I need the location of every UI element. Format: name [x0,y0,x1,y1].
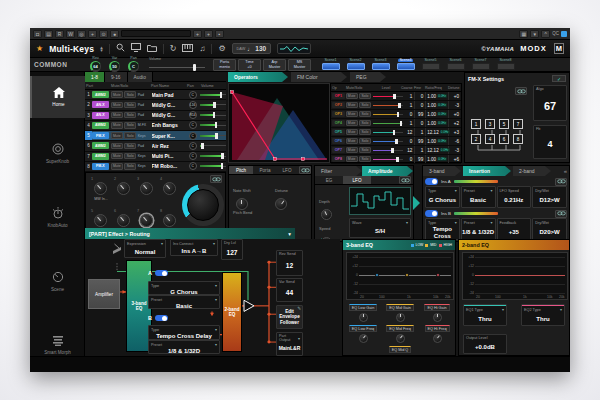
link-icon[interactable] [515,87,527,95]
tab-pitch[interactable]: Pitch [229,166,253,174]
mute-button[interactable]: Mute [111,143,123,150]
tab-peg[interactable]: PEG [350,72,386,82]
mute-button[interactable]: Mute [111,91,123,98]
op-level-slider[interactable] [373,102,402,109]
op-detune[interactable]: +0 [449,110,461,118]
operator-row[interactable]: OP1 Mute Solo 1 0 1.00 0.0Hz +0 [331,92,461,101]
solo-button[interactable]: Solo [124,132,136,139]
eq-freq-knob[interactable]: EQ Low Freq [346,325,380,343]
op-ratio[interactable]: 1.00 0.0Hz [426,101,449,109]
host-toolbar-icon[interactable]: ▤ [44,30,53,38]
expression-select[interactable]: Expression▾ Normal [124,239,166,258]
op-level-slider[interactable] [373,156,402,163]
part-volume-slider[interactable] [200,142,226,150]
link-icon[interactable] [555,178,567,186]
part-row[interactable]: 6 AWM2 Mute Solo Pad Air Rez C [85,141,226,151]
pan-knob[interactable]: C [187,141,198,150]
operator-row[interactable]: OP3 Mute Solo 0 99 1.00 0.0Hz +0 [331,110,461,119]
operator-row[interactable]: OP8 Mute Solo 0 99 1.00 0.0Hz +6 [331,155,461,164]
var-send-field[interactable]: Var Send 44 [276,278,303,302]
ins-b-toggle[interactable] [425,210,438,217]
scene-button[interactable]: Scene8 [494,59,517,71]
dry-level-field[interactable]: Dry Lvl 127 [221,239,243,260]
tab-porta[interactable]: Porta [253,166,277,174]
operator-row[interactable]: OP2 Mute Solo 1 0 1.00 0.0Hz -3 [331,101,461,110]
op-mute-button[interactable]: Mute [346,147,358,154]
solo-button[interactable]: Solo [124,153,136,160]
knob-dial[interactable] [163,214,176,227]
folder-icon[interactable] [147,44,157,54]
pan-knob[interactable]: C [187,162,198,171]
routing-a-toggle[interactable] [155,270,168,277]
host-toolbar-icon[interactable]: ⊙ [99,30,108,38]
op-mute-button[interactable]: Mute [346,93,358,100]
op-ratio[interactable]: 12.12 0.0Hz [426,128,449,136]
sidebar-item-superknob[interactable]: SuperKnob [30,132,85,174]
op-ratio[interactable]: 1.00 0.0Hz [426,119,449,127]
mute-button[interactable]: Mute [111,102,123,109]
eq-band-handle[interactable] [405,273,409,277]
eq-band-handle[interactable] [436,273,440,277]
tab-parts-audio[interactable]: Audio [128,72,153,82]
ins-b-field[interactable]: Dry/Wet▾ D20>W [532,218,567,240]
op-detune[interactable]: +3 [449,128,461,136]
op-solo-button[interactable]: Solo [359,120,371,127]
scene-button[interactable]: Scene2 [344,59,367,71]
tab-eg[interactable]: EG [315,176,343,184]
op-level-slider[interactable] [373,93,402,100]
routing-a-type[interactable]: Type▾ G Chorus [148,281,220,295]
op-solo-button[interactable]: Solo [359,93,371,100]
op-detune[interactable]: -3 [449,146,461,154]
rev-send-field[interactable]: Rev Send 12 [276,250,303,276]
op-mute-button[interactable]: Mute [346,102,358,109]
part-volume-slider[interactable] [200,152,226,160]
tab-amplitude[interactable]: Amplitude [362,166,413,176]
mute-button[interactable]: Mute [111,163,123,170]
op-coarse[interactable]: 0 [404,137,416,145]
knob-dial[interactable] [396,334,405,343]
host-toolbar-icon[interactable]: + [193,30,202,38]
pan-knob[interactable]: C [187,90,198,99]
operator-row[interactable]: OP4 Mute Solo 1 0 1.00 0.0Hz +2 [331,119,461,128]
knob-dial[interactable] [359,334,368,343]
eq1-type-select[interactable]: EQ1 Type▾ Thru [463,304,507,326]
assign-knob[interactable]: 2 [113,177,135,207]
op-coarse[interactable]: 1 [404,119,416,127]
output-level-field[interactable]: Output Level +0.0dB [463,334,507,354]
part-row[interactable]: 4 AWM2 Mute Solo M.FX Enh Bangs C [85,121,226,131]
op-fine[interactable]: 0 [415,101,426,109]
op-fine[interactable]: 99 [415,155,426,163]
op-solo-button[interactable]: Solo [359,147,371,154]
tab-pitch-lfo[interactable]: LFO [277,166,297,174]
ins-b-field[interactable]: Feedback▾ +35 [497,218,532,240]
operator-row[interactable]: OP7 Mute Solo 12 1 12.12 0.0Hz -3 [331,146,461,155]
op-fine[interactable]: 1 [415,128,426,136]
op-level-slider[interactable] [373,111,402,118]
pan-knob[interactable]: C [187,121,198,130]
ins-a-toggle[interactable] [425,178,438,185]
ins-a-field[interactable]: LFO Speed▾ 0.21Hz [497,186,532,208]
part-volume-slider[interactable] [200,132,226,140]
sidebar-item-home[interactable]: Home [30,76,85,118]
assign-knob[interactable]: 1 MW In... [90,177,112,207]
link-icon[interactable] [555,210,567,218]
op-coarse[interactable]: 1 [404,101,416,109]
op-fine[interactable]: 99 [415,110,426,118]
refresh-icon[interactable]: ↻ [170,45,177,53]
op-coarse[interactable]: 12 [404,146,416,154]
knob-dial[interactable] [163,182,176,195]
tab-lfo[interactable]: LFO [343,176,371,184]
common-knob[interactable]: Var 50 [105,61,124,72]
op-mute-button[interactable]: Mute [346,138,358,145]
eq-gain-knob[interactable]: EQ Low Gain [346,304,380,322]
routing-a-preset[interactable]: Preset▾ Basic [148,295,220,309]
knob-dial[interactable] [94,182,107,195]
arpeggio-notes-icon[interactable]: ♫ [199,45,205,53]
ins-b-field[interactable]: Preset▾ 1/8 & 1/32D [461,218,496,240]
sidebar-item-knobauto[interactable]: KnobAuto [30,196,85,238]
knob-dial[interactable] [117,214,130,227]
knob-dial[interactable] [140,182,153,195]
part-row[interactable]: 7 AWM2 Mute Solo Keys Multi Pi... C [85,152,226,162]
common-knob[interactable]: Pan C [124,61,143,72]
op-level-slider[interactable] [373,129,402,136]
